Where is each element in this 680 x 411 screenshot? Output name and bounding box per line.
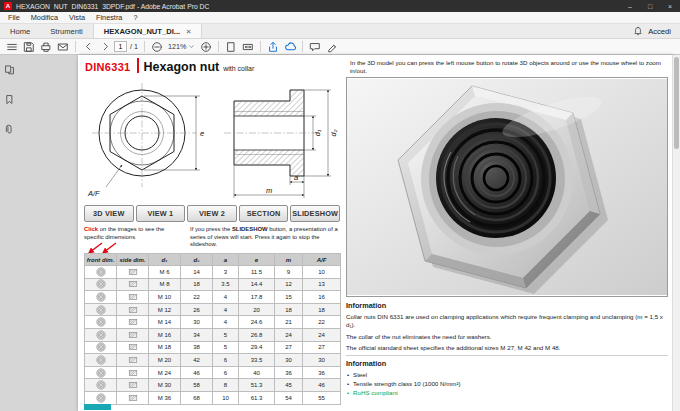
slideshow-note-text-1: If you press the bbox=[190, 226, 232, 232]
dimension-value: M 14 bbox=[149, 316, 181, 329]
dimension-value: 42 bbox=[181, 354, 213, 367]
tab-tools[interactable]: Strumenti bbox=[40, 24, 93, 38]
share-icon[interactable] bbox=[265, 40, 281, 54]
scrollbar-thumb[interactable] bbox=[674, 57, 679, 149]
table-row: M 24466403636 bbox=[85, 366, 341, 379]
view-button-view-2[interactable]: VIEW 2 bbox=[187, 205, 237, 222]
page-title: Hexagon nut bbox=[144, 61, 220, 74]
view-button-view-1[interactable]: VIEW 1 bbox=[136, 205, 186, 222]
print-icon[interactable] bbox=[38, 40, 54, 54]
page-number-input[interactable]: 1 bbox=[114, 41, 127, 52]
view-button-3d-view[interactable]: 3D VIEW bbox=[84, 205, 134, 222]
dimension-value: M 12 bbox=[149, 303, 181, 316]
fit-page-icon[interactable] bbox=[223, 40, 239, 54]
side-view-icon[interactable] bbox=[117, 303, 149, 316]
front-view-icon[interactable] bbox=[85, 366, 117, 379]
front-view-icon[interactable] bbox=[85, 303, 117, 316]
info-paragraph: Collar nuts DIN 6331 are used on clampin… bbox=[346, 313, 668, 330]
column-header: e bbox=[239, 254, 275, 266]
dimension-value: 24 bbox=[275, 328, 303, 341]
tab-document[interactable]: HEXAGON_NUT_DI... × bbox=[93, 24, 202, 38]
dimension-value: M 30 bbox=[149, 379, 181, 392]
acrobat-window: A HEXAGON_NUT_DIN6331_3DPDF.pdf - Adobe … bbox=[0, 0, 680, 411]
front-view-icon[interactable] bbox=[85, 328, 117, 341]
column-header: d₂ bbox=[181, 254, 213, 266]
dimension-value: 22 bbox=[303, 316, 341, 329]
menu-item-file[interactable]: File bbox=[8, 13, 20, 22]
table-row: M 12264201818 bbox=[85, 303, 341, 316]
dimension-value: 55 bbox=[303, 391, 341, 404]
email-icon[interactable] bbox=[55, 40, 71, 54]
dimension-value: 5 bbox=[213, 341, 239, 354]
side-view-icon[interactable] bbox=[117, 366, 149, 379]
info-paragraph: The collar of the nut eliminates the nee… bbox=[346, 333, 668, 341]
minimize-button[interactable]: – bbox=[624, 3, 636, 10]
dimension-value: 26 bbox=[181, 303, 213, 316]
side-view-icon[interactable] bbox=[117, 354, 149, 367]
side-view-icon[interactable] bbox=[117, 341, 149, 354]
navigation-pane-strip bbox=[2, 61, 16, 139]
3d-viewport[interactable] bbox=[346, 77, 668, 297]
menu-icon[interactable] bbox=[4, 40, 20, 54]
page-prev-icon[interactable] bbox=[80, 40, 96, 54]
dimension-value: 12 bbox=[275, 278, 303, 291]
zoom-level-dropdown[interactable]: 121% bbox=[168, 42, 195, 51]
side-view-icon[interactable] bbox=[117, 266, 149, 279]
page-thumbnails-icon[interactable] bbox=[4, 61, 15, 79]
menu-item-vista[interactable]: Vista bbox=[69, 13, 85, 22]
technical-drawing[interactable]: e A/F bbox=[84, 77, 340, 203]
dimension-value: 61.3 bbox=[239, 391, 275, 404]
front-view-icon[interactable] bbox=[85, 379, 117, 392]
side-view-icon[interactable] bbox=[117, 328, 149, 341]
dimension-value: 54 bbox=[275, 391, 303, 404]
maximize-button[interactable]: □ bbox=[644, 3, 656, 10]
tab-home[interactable]: Home bbox=[0, 24, 40, 38]
dimension-value: 8 bbox=[213, 379, 239, 392]
side-view-icon[interactable] bbox=[117, 391, 149, 404]
front-view-icon[interactable] bbox=[85, 341, 117, 354]
zoom-out-icon[interactable] bbox=[149, 40, 165, 54]
notifications-bell-icon[interactable] bbox=[633, 26, 643, 36]
front-view-icon[interactable] bbox=[85, 354, 117, 367]
side-view-icon[interactable] bbox=[117, 291, 149, 304]
close-button[interactable]: × bbox=[664, 3, 676, 10]
bookmarks-icon[interactable] bbox=[4, 91, 15, 109]
fit-width-icon[interactable] bbox=[240, 40, 256, 54]
sign-in-button[interactable]: Accedi bbox=[648, 27, 671, 36]
material-list-item: Tensile strength class 10 (1000 N/mm²) bbox=[346, 380, 668, 389]
side-view-icon[interactable] bbox=[117, 316, 149, 329]
page-total-label: / 1 bbox=[130, 42, 138, 51]
dimension-value: 18 bbox=[181, 278, 213, 291]
page-next-icon[interactable] bbox=[97, 40, 113, 54]
dimension-value: 21 bbox=[275, 316, 303, 329]
vertical-scrollbar[interactable] bbox=[672, 55, 680, 411]
menu-item-modifica[interactable]: Modifica bbox=[31, 13, 58, 22]
dimension-value: 51.3 bbox=[239, 379, 275, 392]
menu-item-help[interactable]: ? bbox=[133, 13, 137, 22]
dimension-value: 4 bbox=[213, 303, 239, 316]
highlighter-icon[interactable] bbox=[324, 40, 340, 54]
menu-item-finestra[interactable]: Finestra bbox=[96, 13, 122, 22]
front-view-icon[interactable] bbox=[85, 316, 117, 329]
table-row: M 1430424.62122 bbox=[85, 316, 341, 329]
close-tab-icon[interactable]: × bbox=[186, 27, 191, 36]
zoom-in-icon[interactable] bbox=[198, 40, 214, 54]
save-icon[interactable] bbox=[21, 40, 37, 54]
dimension-value: 20 bbox=[239, 303, 275, 316]
side-view-icon[interactable] bbox=[117, 379, 149, 392]
front-view-icon[interactable] bbox=[85, 278, 117, 291]
attachments-icon[interactable] bbox=[4, 121, 15, 139]
main-toolbar: 1 / 1 121% bbox=[0, 39, 680, 55]
comment-icon[interactable] bbox=[307, 40, 323, 54]
front-view-icon[interactable] bbox=[85, 391, 117, 404]
front-view-icon[interactable] bbox=[85, 291, 117, 304]
front-view-icon[interactable] bbox=[85, 266, 117, 279]
column-header: front dim. bbox=[85, 254, 117, 266]
dim-label-a: a bbox=[294, 173, 298, 182]
cloud-upload-icon[interactable] bbox=[282, 40, 298, 54]
view-button-section[interactable]: SECTION bbox=[239, 205, 289, 222]
view-button-slideshow[interactable]: SLIDESHOW bbox=[290, 205, 340, 222]
side-view-icon[interactable] bbox=[117, 278, 149, 291]
table-footer-accent bbox=[84, 404, 111, 410]
dimension-value: 10 bbox=[213, 391, 239, 404]
